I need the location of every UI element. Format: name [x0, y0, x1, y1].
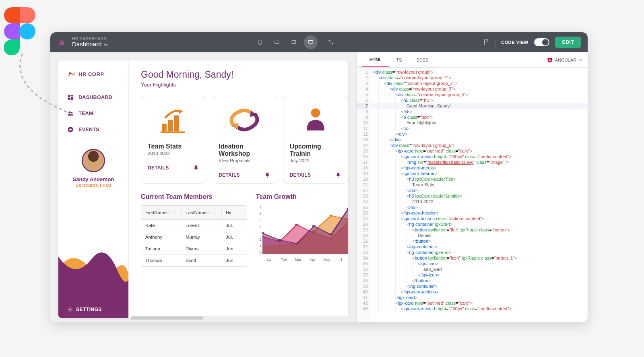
greeting-heading: Good Morning, Sandy!	[141, 69, 348, 80]
sidebar-item-events[interactable]: EVENTS	[67, 122, 120, 138]
card-title: Upcoming Trainin	[290, 143, 341, 157]
figma-logo-icon	[4, 7, 35, 56]
page-title-dropdown[interactable]: Dashboard	[72, 41, 108, 48]
alert-bell-icon[interactable]	[264, 172, 270, 178]
svg-point-20	[196, 169, 197, 170]
team-growth-title: Team Growth	[256, 193, 348, 200]
desktop-icon	[307, 39, 314, 45]
table-header[interactable]: Hir	[222, 206, 247, 219]
framework-selector[interactable]: ANGULAR	[547, 57, 582, 63]
device-mobile-button[interactable]	[253, 35, 267, 49]
code-editor[interactable]: 1234567891011121314151617181920212223242…	[357, 68, 588, 322]
svg-point-34	[329, 215, 333, 217]
alert-bell-icon[interactable]	[335, 172, 341, 178]
svg-point-37	[278, 239, 281, 241]
card-illustration	[290, 103, 341, 137]
sidebar-item-label: EVENTS	[78, 127, 99, 132]
svg-point-23	[338, 176, 339, 177]
table-header[interactable]: FirstName ↑ ⋮	[141, 206, 182, 219]
code-tabs: HTMLTSSCSS ANGULAR	[357, 52, 588, 68]
highlight-card: Upcoming Trainin July 2022 DETAILS	[283, 96, 348, 184]
app-logo-icon	[57, 38, 66, 47]
code-view-label: CODE VIEW	[501, 40, 528, 45]
svg-rect-3	[292, 41, 296, 43]
svg-point-41	[347, 208, 348, 210]
divider	[495, 38, 495, 47]
wave-decoration	[58, 237, 128, 318]
edit-button[interactable]: EDIT	[555, 37, 581, 48]
svg-point-0	[19, 23, 35, 39]
svg-point-40	[329, 233, 333, 235]
card-title: Team Stats	[148, 143, 199, 150]
svg-rect-18	[174, 116, 179, 132]
svg-rect-16	[162, 124, 167, 132]
svg-point-38	[295, 243, 299, 245]
svg-rect-17	[168, 120, 173, 132]
dotted-path-decoration	[12, 52, 80, 121]
device-laptop-button[interactable]	[287, 35, 301, 49]
card-title: Ideation Workshop	[219, 143, 270, 157]
dashboard-frame: HR CORP DASHBOARD TEAM EVE	[58, 60, 348, 318]
settings-link[interactable]: SETTINGS	[67, 307, 102, 312]
tablet-landscape-icon	[274, 39, 280, 45]
profile-role: UX DESIGN LEAD	[66, 184, 120, 188]
svg-rect-1	[259, 40, 261, 45]
flag-icon[interactable]	[483, 39, 489, 45]
angular-icon	[547, 57, 553, 63]
team-members-title: Current Team Members	[141, 193, 247, 200]
chevron-down-icon	[579, 58, 582, 62]
alert-bell-icon[interactable]	[193, 165, 199, 171]
brand-text: HR CORP	[78, 71, 104, 77]
details-button[interactable]: DETAILS	[290, 172, 311, 178]
sort-arrow-icon: ↑	[168, 210, 170, 215]
highlight-card: Ideation Workshop View Proposals DETAILS	[212, 96, 277, 184]
dashboard-main: Good Morning, Sandy! Your Highlights Tea…	[129, 60, 348, 318]
svg-rect-5	[309, 40, 313, 43]
svg-point-22	[311, 108, 320, 118]
team-table: FirstName ↑ ⋮LastName ↑ ⋮Hir KateLorenzJ…	[141, 205, 247, 267]
highlights-label: Your Highlights	[141, 82, 348, 88]
horizontal-scrollbar[interactable]	[131, 316, 352, 320]
table-header[interactable]: LastName ↑ ⋮	[182, 206, 222, 219]
svg-rect-2	[275, 41, 279, 44]
svg-point-26	[295, 224, 299, 226]
svg-point-15	[69, 309, 71, 310]
highlight-card: Team Stats 2010-2022 DETAILS	[141, 96, 206, 184]
svg-point-39	[312, 225, 316, 227]
details-button[interactable]: DETAILS	[148, 165, 169, 171]
code-panel: HTMLTSSCSS ANGULAR 123456789101112131415…	[356, 52, 588, 322]
profile-block: Sandy Anderson UX DESIGN LEAD	[58, 149, 128, 188]
laptop-icon	[290, 39, 297, 45]
canvas-panel: HR CORP DASHBOARD TEAM EVE	[50, 52, 356, 322]
card-subtitle: View Proposals	[219, 158, 270, 163]
growth-chart: 76543210 JanFebMarAprMayJ	[256, 205, 348, 262]
code-view-toggle[interactable]	[534, 38, 549, 46]
code-tab-scss[interactable]: SCSS	[409, 52, 436, 67]
avatar	[82, 149, 105, 172]
header-bar: HR DASHBOARD Dashboard CODE VIEW EDIT	[50, 32, 588, 52]
code-tab-html[interactable]: HTML	[362, 52, 389, 67]
code-tab-ts[interactable]: TS	[389, 52, 409, 67]
profile-name: Sandy Anderson	[66, 176, 120, 182]
chevron-down-icon	[104, 43, 108, 47]
sidebar-item-label: TEAM	[78, 111, 93, 116]
table-row[interactable]: ThomasScottJun	[141, 255, 247, 266]
table-row[interactable]: TatianaRiversJun	[141, 243, 247, 255]
star-icon	[67, 126, 74, 133]
card-subtitle: 2010-2022	[148, 151, 199, 156]
table-row[interactable]: KateLorenzJul.	[141, 220, 247, 231]
svg-point-21	[266, 176, 268, 177]
card-illustration	[219, 103, 270, 137]
fullscreen-button[interactable]	[324, 35, 338, 49]
table-row[interactable]: AnthonyMurrayJul.	[141, 231, 247, 243]
expand-icon	[328, 39, 334, 45]
gear-icon	[67, 307, 73, 312]
sidebar-item-label: DASHBOARD	[78, 95, 112, 100]
card-illustration	[148, 103, 199, 137]
app-window: HR DASHBOARD Dashboard CODE VIEW EDIT	[50, 32, 588, 322]
sort-arrow-icon: ↑	[208, 210, 210, 215]
device-tablet-button[interactable]	[270, 35, 284, 49]
details-button[interactable]: DETAILS	[219, 172, 240, 178]
device-desktop-button[interactable]	[304, 35, 318, 49]
card-subtitle: July 2022	[290, 158, 341, 163]
